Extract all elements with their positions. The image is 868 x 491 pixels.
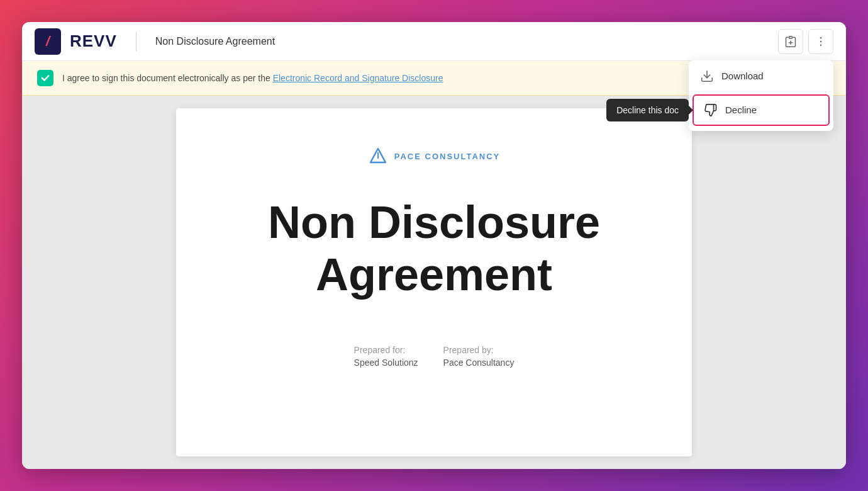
- prepared-by-label: Prepared by:: [443, 345, 515, 355]
- company-name: PACE CONSULTANCY: [394, 152, 501, 161]
- main-container: / REVV Non Disclosure Agreement: [22, 22, 846, 469]
- document-title-header: Non Disclosure Agreement: [155, 36, 275, 47]
- svg-point-5: [820, 44, 822, 46]
- clipboard-button[interactable]: [778, 29, 803, 54]
- logo-slash: /: [46, 33, 50, 50]
- svg-point-3: [820, 37, 822, 38]
- prepared-for-col: Prepared for: Speed Solutionz: [354, 345, 418, 368]
- content-area: PACE CONSULTANCY Non Disclosure Agreemen…: [22, 96, 846, 469]
- document-page: PACE CONSULTANCY Non Disclosure Agreemen…: [176, 108, 692, 456]
- title-line2: Agreement: [268, 249, 600, 301]
- prepared-for-label: Prepared for:: [354, 345, 418, 355]
- header: / REVV Non Disclosure Agreement: [22, 22, 846, 61]
- document-main-title: Non Disclosure Agreement: [268, 196, 600, 301]
- header-actions: Download Decline this doc Decline: [778, 29, 833, 54]
- header-divider: [136, 32, 136, 51]
- prepared-for-value: Speed Solutionz: [354, 358, 418, 368]
- svg-rect-0: [789, 36, 793, 38]
- svg-point-4: [820, 40, 822, 42]
- revv-logo-text: REVV: [70, 31, 117, 51]
- decline-label: Decline: [725, 104, 757, 115]
- download-icon: [700, 69, 714, 83]
- document-prepared-section: Prepared for: Speed Solutionz Prepared b…: [354, 345, 515, 368]
- decline-menu-item[interactable]: Decline this doc Decline: [693, 94, 830, 126]
- pace-consultancy-logo-icon: [368, 146, 388, 166]
- download-label: Download: [721, 71, 764, 81]
- check-icon: [37, 70, 53, 86]
- revv-logo-box: /: [35, 28, 61, 55]
- logo-area: / REVV Non Disclosure Agreement: [35, 28, 275, 55]
- checkmark-svg: [41, 74, 50, 82]
- prepared-by-col: Prepared by: Pace Consultancy: [443, 345, 515, 368]
- more-options-button[interactable]: [808, 29, 833, 54]
- consent-text: I agree to sign this document electronic…: [62, 73, 443, 83]
- company-logo-area: PACE CONSULTANCY: [368, 146, 501, 166]
- consent-link[interactable]: Electronic Record and Signature Disclosu…: [273, 73, 443, 83]
- download-menu-item[interactable]: Download: [689, 60, 833, 92]
- clipboard-icon: [784, 35, 797, 48]
- dropdown-menu: Download Decline this doc Decline: [689, 60, 833, 131]
- more-icon: [815, 35, 827, 48]
- prepared-by-value: Pace Consultancy: [443, 358, 515, 368]
- thumbs-down-icon: [704, 103, 718, 117]
- consent-before-link: I agree to sign this document electronic…: [62, 73, 273, 83]
- title-line1: Non Disclosure: [268, 196, 600, 249]
